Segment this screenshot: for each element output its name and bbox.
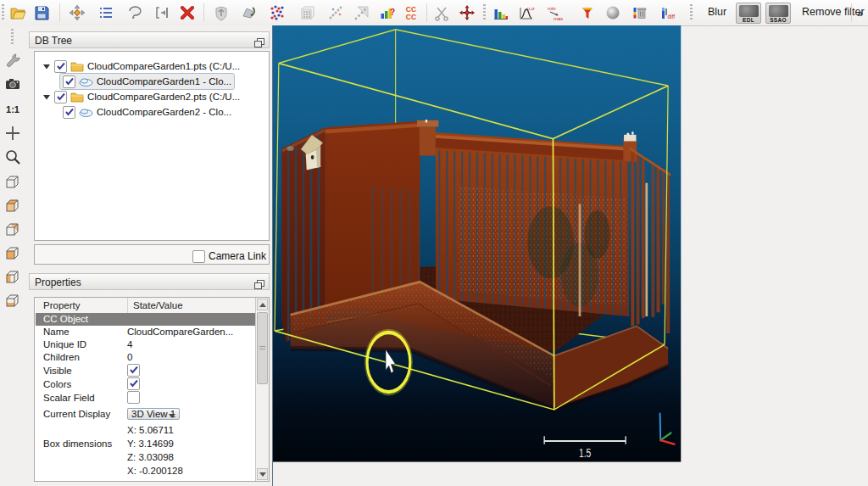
- gaussian-filter-button[interactable]: μ,σ: [515, 2, 537, 24]
- tree-row-garden1-cloud[interactable]: CloudCompareGarden1 - Clo...: [60, 74, 234, 89]
- svg-text:?: ?: [390, 8, 395, 17]
- magnifier-icon: [4, 148, 21, 165]
- convert-to-scalar-button[interactable]: min max: [544, 2, 566, 24]
- visibility-checkbox[interactable]: [54, 91, 67, 103]
- expander-icon[interactable]: [43, 93, 51, 101]
- property-label: Name: [36, 326, 127, 338]
- ssao-thumbnail: [769, 5, 788, 17]
- histogram-question-icon: ?: [379, 4, 396, 21]
- wrench-icon: [4, 52, 21, 69]
- colors-checkbox[interactable]: [127, 377, 140, 390]
- toolbar-drag-handle[interactable]: [11, 29, 14, 46]
- scalar-field-checkbox[interactable]: [127, 391, 140, 404]
- point-cloud-icon: [79, 108, 93, 117]
- scroll-down-button[interactable]: [257, 468, 268, 480]
- cube-view-icon: [3, 197, 22, 215]
- db-tree-titlebar[interactable]: DB Tree: [29, 31, 270, 48]
- visibility-checkbox[interactable]: [54, 60, 67, 73]
- zoom-1-1-button[interactable]: 1:1: [2, 98, 24, 120]
- view-button-iso[interactable]: [2, 171, 24, 193]
- toolbar-drag-handle[interactable]: [2, 4, 4, 21]
- float-panel-icon[interactable]: [254, 277, 264, 294]
- visibility-checkbox[interactable]: [63, 75, 75, 88]
- current-display-dropdown[interactable]: 3D View 1: [127, 408, 180, 420]
- float-panel-icon[interactable]: [254, 36, 264, 53]
- property-value: CloudCompareGarden...: [127, 326, 258, 338]
- toolbar-separator: [203, 3, 204, 22]
- tree-row-garden2-cloud[interactable]: CloudCompareGarden2 - Clo...: [63, 104, 231, 120]
- rotate-pivot-button[interactable]: [456, 2, 478, 24]
- svg-text:min: min: [548, 6, 556, 11]
- compute-normals-button[interactable]: [210, 2, 232, 24]
- save-button[interactable]: [31, 2, 53, 24]
- view-button-back[interactable]: [2, 219, 24, 241]
- expander-icon[interactable]: [43, 63, 51, 70]
- zoom-button[interactable]: [2, 146, 24, 168]
- edl-filter-button[interactable]: EDL: [736, 3, 761, 24]
- scrollbar-thumb[interactable]: [257, 312, 268, 384]
- save-icon: [33, 4, 50, 21]
- delete-scalar-field-button[interactable]: [629, 2, 651, 24]
- toolbar-separator: [59, 3, 60, 22]
- cloud-compare-button[interactable]: CC CC: [400, 2, 422, 24]
- scroll-up-button[interactable]: [257, 299, 268, 310]
- screenshot-button[interactable]: [2, 73, 24, 95]
- view-button-right[interactable]: [2, 266, 24, 288]
- point-picking-button[interactable]: [326, 2, 348, 24]
- toggle-properties-button[interactable]: [95, 2, 117, 24]
- view-button-left[interactable]: [2, 243, 24, 265]
- cc-logo-icon: CC CC: [403, 4, 420, 21]
- blur-label: Blur: [708, 6, 726, 18]
- subsample-button[interactable]: [237, 2, 259, 24]
- toolbar-drag-handle[interactable]: [690, 4, 693, 21]
- property-row-scalar-field: Scalar Field: [36, 391, 258, 405]
- tree-row-garden2-file[interactable]: CloudCompareGarden2.pts (C:/U...: [43, 89, 240, 104]
- tree-row-garden1-file[interactable]: CloudCompareGarden1.pts (C:/U...: [43, 59, 240, 74]
- gauss-curve-icon: μ,σ: [518, 4, 535, 21]
- property-label: Scalar Field: [36, 393, 127, 403]
- 3d-viewport[interactable]: 1.5: [273, 25, 868, 486]
- point-list-picking-button[interactable]: [351, 2, 373, 24]
- toolbar-drag-handle[interactable]: [483, 4, 486, 21]
- apply-transformation-button[interactable]: [151, 2, 173, 24]
- pick-rotation-center-button[interactable]: [2, 122, 24, 144]
- properties-scrollbar[interactable]: [255, 298, 269, 481]
- camera-link-checkbox[interactable]: [192, 250, 205, 263]
- cloudcompare-window: { "toolbar_top": { "icons": ["drag-handl…: [0, 0, 868, 486]
- properties-titlebar[interactable]: Properties: [29, 273, 270, 290]
- sphere-render-button[interactable]: [602, 2, 624, 24]
- view-button-front[interactable]: [2, 195, 24, 217]
- scatter-points-button[interactable]: [266, 2, 288, 24]
- tools-button[interactable]: [2, 49, 24, 71]
- camera-link-control[interactable]: Camera Link: [192, 249, 266, 264]
- segment-lasso-button[interactable]: [124, 2, 146, 24]
- value-column-header: State/Value: [127, 298, 258, 313]
- open-file-button[interactable]: [7, 2, 29, 24]
- cube-view-icon: [3, 244, 22, 263]
- delete-x-icon: [179, 4, 196, 21]
- property-label: Children: [36, 351, 127, 364]
- db-tree[interactable]: CloudCompareGarden1.pts (C:/U... CloudCo…: [34, 51, 270, 241]
- navigation-mode-button[interactable]: [66, 2, 88, 24]
- list-icon: [97, 4, 114, 21]
- svg-text:CC: CC: [406, 13, 416, 21]
- filter-by-value-button[interactable]: [576, 2, 598, 24]
- ssao-filter-button[interactable]: SSAO: [765, 3, 791, 24]
- properties-table: Property State/Value CC Object Name Clou…: [34, 297, 270, 482]
- diagonal-dots-ruler-icon: [353, 4, 370, 21]
- property-label: Current Display: [36, 409, 127, 419]
- camera-link-label: Camera Link: [209, 250, 266, 262]
- delete-button[interactable]: [176, 2, 198, 24]
- folder-icon: [70, 60, 84, 72]
- view-button-bottom[interactable]: [2, 290, 24, 312]
- property-column-header: Property: [36, 298, 127, 313]
- show-histogram-button[interactable]: [490, 2, 512, 24]
- thumb-grip: [259, 346, 265, 350]
- toolbar-overflow-button[interactable]: »: [853, 2, 867, 24]
- visible-checkbox[interactable]: [127, 364, 140, 377]
- compute-histogram-button[interactable]: ?: [376, 2, 398, 24]
- visibility-checkbox[interactable]: [63, 106, 75, 119]
- octree-button[interactable]: [297, 2, 319, 24]
- scalar-field-diff-button[interactable]: diff: [658, 2, 680, 24]
- segment-scissors-button[interactable]: [431, 2, 453, 24]
